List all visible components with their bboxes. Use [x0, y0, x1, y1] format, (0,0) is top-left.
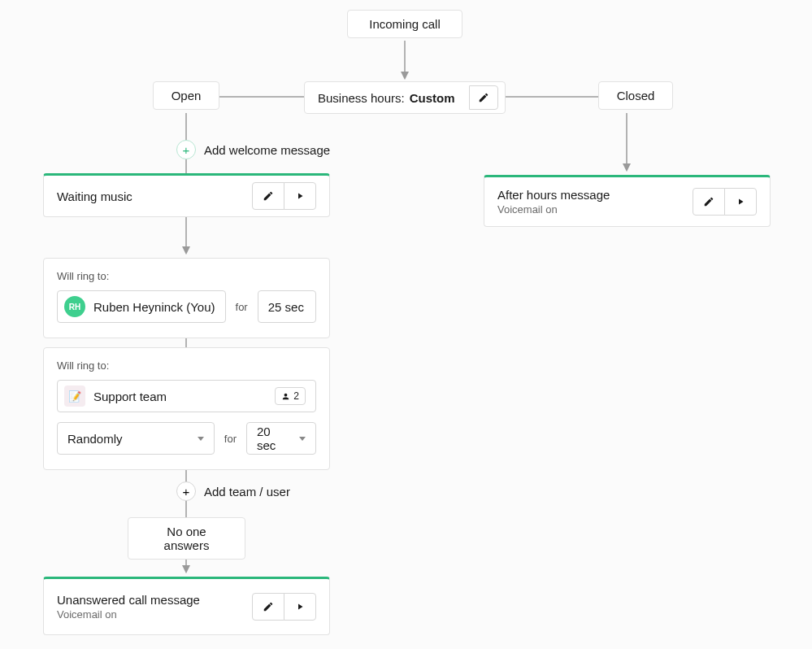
add-team-label: Add team / user — [204, 485, 290, 499]
ring-user-label: Will ring to: — [57, 270, 316, 282]
unanswered-sub: Voicemail on — [57, 608, 200, 621]
ring-team-label: Will ring to: — [57, 359, 316, 372]
edit-after-hours-button[interactable] — [693, 188, 725, 216]
closed-branch-node: Closed — [598, 81, 673, 110]
person-icon — [281, 392, 290, 401]
play-icon — [295, 602, 305, 612]
ring-team-select[interactable]: 📝 Support team 2 — [57, 380, 316, 412]
ring-team-duration-select[interactable]: 20 sec — [246, 422, 316, 455]
pencil-icon — [478, 92, 489, 103]
after-hours-node: After hours message Voicemail on — [484, 175, 771, 227]
chevron-down-icon — [198, 437, 204, 441]
unanswered-title: Unanswered call message — [57, 593, 200, 607]
ring-team-for-label: for — [224, 433, 237, 445]
chevron-down-icon — [299, 437, 306, 441]
add-team-button[interactable]: + — [176, 481, 196, 501]
edit-waiting-music-button[interactable] — [252, 182, 284, 210]
pencil-icon — [703, 196, 714, 207]
user-avatar: RH — [64, 296, 85, 317]
team-icon: 📝 — [64, 385, 85, 407]
ring-user-for-label: for — [236, 301, 248, 313]
team-member-count: 2 — [293, 390, 299, 402]
closed-branch-label: Closed — [617, 89, 655, 102]
business-hours-label: Business hours: — [318, 91, 405, 105]
after-hours-sub: Voicemail on — [497, 203, 610, 216]
unanswered-actions — [252, 593, 316, 621]
edit-unanswered-button[interactable] — [252, 593, 284, 621]
ring-strategy-value: Randomly — [67, 432, 123, 446]
waiting-music-title: Waiting music — [57, 189, 132, 203]
team-member-count-badge: 2 — [275, 387, 306, 405]
add-welcome-button[interactable]: + — [176, 140, 196, 159]
waiting-music-node: Waiting music — [43, 173, 330, 217]
pencil-icon — [263, 601, 274, 612]
ring-user-duration: 25 sec — [268, 300, 304, 314]
ring-user-select[interactable]: RH Ruben Heyninck (You) — [57, 290, 226, 323]
ring-strategy-select[interactable]: Randomly — [57, 422, 215, 455]
play-waiting-music-button[interactable] — [284, 182, 316, 210]
add-welcome-label: Add welcome message — [204, 143, 330, 157]
no-answer-node: No one answers — [128, 517, 245, 560]
add-team-row: + Add team / user — [176, 481, 290, 501]
incoming-call-label: Incoming call — [369, 17, 441, 31]
ring-team-duration: 20 sec — [257, 425, 293, 452]
ring-team-name: Support team — [93, 390, 167, 403]
waiting-music-actions — [252, 182, 316, 210]
ring-user-node: Will ring to: RH Ruben Heyninck (You) fo… — [43, 258, 330, 338]
pencil-icon — [263, 190, 274, 202]
incoming-call-node: Incoming call — [347, 10, 462, 38]
play-icon — [736, 197, 745, 207]
after-hours-actions — [693, 188, 757, 216]
ring-user-duration-field[interactable]: 25 sec — [258, 290, 316, 323]
open-branch-node: Open — [153, 81, 219, 110]
ring-team-node: Will ring to: 📝 Support team 2 Randomly … — [43, 347, 330, 470]
play-after-hours-button[interactable] — [724, 188, 757, 216]
play-unanswered-button[interactable] — [284, 593, 316, 621]
business-hours-value: Custom — [410, 91, 455, 105]
open-branch-label: Open — [172, 89, 202, 102]
edit-business-hours-button[interactable] — [469, 85, 498, 110]
business-hours-node: Business hours: Custom — [304, 81, 506, 114]
unanswered-node: Unanswered call message Voicemail on — [43, 577, 330, 635]
play-icon — [295, 191, 305, 201]
no-answer-label: No one answers — [164, 525, 210, 552]
ring-user-name: Ruben Heyninck (You) — [93, 300, 215, 314]
add-welcome-row: + Add welcome message — [176, 140, 330, 159]
after-hours-title: After hours message — [497, 188, 610, 202]
